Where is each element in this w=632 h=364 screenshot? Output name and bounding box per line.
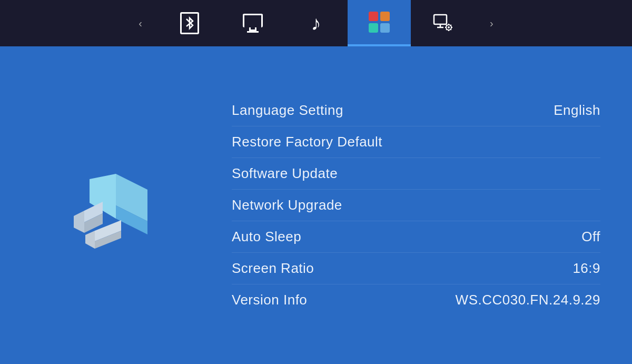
nav-item-display[interactable] (221, 0, 284, 46)
bluetooth-icon (180, 12, 199, 34)
svg-line-9 (446, 25, 447, 25)
setting-value-auto-sleep: Off (485, 229, 600, 245)
svg-point-4 (448, 26, 450, 28)
left-illustration (0, 46, 221, 364)
setting-label-language: Language Setting (232, 102, 485, 119)
nav-left-arrow[interactable]: ‹ (123, 17, 158, 29)
setting-row-language[interactable]: Language Setting English (232, 95, 600, 126)
setting-label-screen-ratio: Screen Ratio (232, 260, 485, 277)
setting-row-version-info[interactable]: Version Info WS.CC030.FN.24.9.29 (232, 284, 600, 316)
settings-list: Language Setting English Restore Factory… (221, 79, 632, 331)
setting-label-auto-sleep: Auto Sleep (232, 229, 485, 245)
nav-right-arrow[interactable]: › (474, 17, 509, 29)
setting-value-version-info: WS.CC030.FN.24.9.29 (456, 292, 600, 308)
apps-grid-icon (369, 12, 390, 33)
setting-value-language: English (485, 102, 600, 119)
svg-line-11 (451, 25, 451, 25)
svg-marker-18 (74, 211, 84, 233)
top-navigation: ‹ ♪ (0, 0, 632, 46)
svg-marker-21 (85, 231, 95, 249)
setting-label-network-upgrade: Network Upgrade (232, 197, 485, 213)
setting-row-software-update[interactable]: Software Update (232, 158, 600, 190)
svg-rect-0 (434, 15, 447, 24)
setting-label-restore: Restore Factory Default (232, 134, 485, 150)
nav-item-bluetooth[interactable] (158, 0, 221, 46)
setting-row-screen-ratio[interactable]: Screen Ratio 16:9 (232, 253, 600, 284)
setting-row-network-upgrade[interactable]: Network Upgrade (232, 190, 600, 221)
svg-line-12 (446, 29, 447, 30)
setting-label-version-info: Version Info (232, 292, 456, 308)
setting-row-restore[interactable]: Restore Factory Default (232, 126, 600, 158)
nav-item-apps[interactable] (348, 0, 411, 46)
setting-value-screen-ratio: 16:9 (485, 260, 600, 277)
blocks-illustration (58, 153, 163, 258)
music-icon: ♪ (311, 12, 321, 35)
main-content: Language Setting English Restore Factory… (0, 46, 632, 364)
monitor-icon (243, 14, 263, 33)
setting-row-auto-sleep[interactable]: Auto Sleep Off (232, 221, 600, 253)
nav-item-music[interactable]: ♪ (284, 0, 348, 46)
setting-label-software-update: Software Update (232, 165, 485, 182)
settings-gear-icon (431, 11, 454, 36)
svg-line-10 (451, 29, 451, 30)
nav-item-settings[interactable] (411, 0, 474, 46)
